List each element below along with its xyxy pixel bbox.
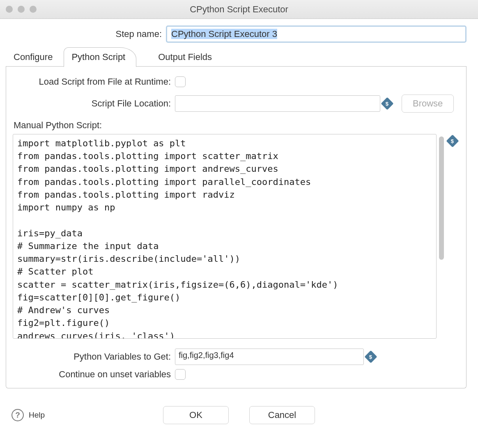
step-name-value: CPython Script Executor 3 [171, 29, 277, 39]
tab-output-fields[interactable]: Output Fields [150, 47, 223, 67]
load-from-file-label: Load Script from File at Runtime: [13, 76, 175, 87]
window-controls [6, 6, 37, 13]
script-scrollbar[interactable] [438, 134, 445, 339]
ok-button[interactable]: OK [163, 406, 229, 424]
step-name-input[interactable]: CPython Script Executor 3 [166, 25, 467, 43]
vars-to-get-label: Python Variables to Get: [13, 351, 175, 362]
tab-configure[interactable]: Configure [6, 47, 64, 67]
manual-script-label: Manual Python Script: [14, 120, 460, 131]
load-from-file-checkbox[interactable] [175, 76, 186, 87]
vars-to-get-input[interactable]: fig,fig2,fig3,fig4 [175, 349, 364, 365]
script-file-location-label: Script File Location: [13, 98, 175, 109]
manual-script-textarea[interactable]: import matplotlib.pyplot as plt from pan… [13, 134, 437, 339]
tab-panel: Load Script from File at Runtime: Script… [6, 67, 467, 388]
continue-unset-label: Continue on unset variables [13, 369, 175, 380]
zoom-window-icon[interactable] [30, 6, 37, 13]
tab-bar: Configure Python Script Output Fields [6, 45, 467, 67]
window-title: CPython Script Executor [0, 4, 478, 15]
help-icon: ? [11, 409, 24, 421]
minimize-window-icon[interactable] [18, 6, 25, 13]
close-window-icon[interactable] [6, 6, 13, 13]
continue-unset-checkbox[interactable] [175, 369, 186, 380]
titlebar: CPython Script Executor [0, 0, 478, 19]
scrollbar-thumb[interactable] [439, 136, 444, 260]
help-label: Help [29, 411, 45, 420]
tab-python-script[interactable]: Python Script [64, 47, 136, 67]
dialog-buttons: ? Help OK Cancel [0, 393, 478, 430]
script-file-location-input[interactable] [175, 95, 380, 112]
step-name-label: Step name: [6, 29, 166, 39]
cancel-button[interactable]: Cancel [249, 406, 315, 424]
variable-picker-icon[interactable]: $ [446, 134, 459, 147]
help-button[interactable]: ? Help [11, 409, 45, 421]
variable-picker-icon[interactable]: $ [381, 97, 393, 110]
browse-button[interactable]: Browse [402, 95, 454, 113]
variable-picker-icon[interactable]: $ [364, 350, 377, 363]
